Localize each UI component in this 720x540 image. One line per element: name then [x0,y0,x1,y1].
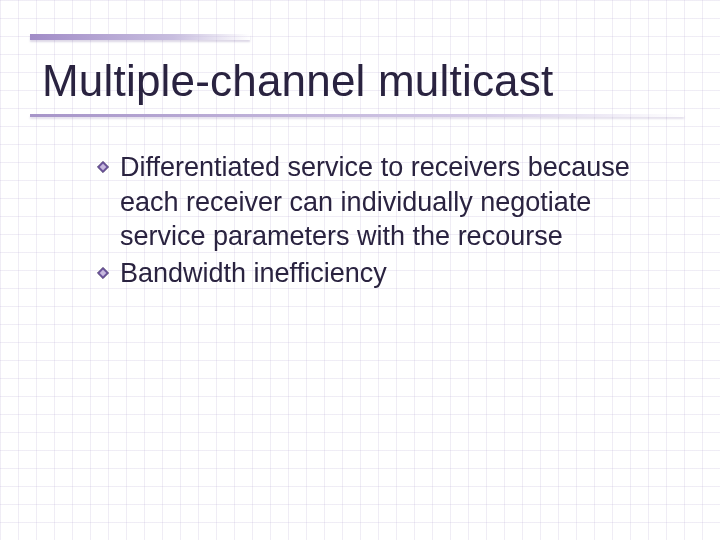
list-item: Bandwidth inefficiency [96,256,660,291]
top-accent-bar [30,34,250,40]
list-item-text: Differentiated service to receivers beca… [120,150,660,254]
slide-title: Multiple-channel multicast [42,56,553,106]
list-item-text: Bandwidth inefficiency [120,256,387,291]
list-item: Differentiated service to receivers beca… [96,150,660,254]
slide: Multiple-channel multicast Differentiate… [0,0,720,540]
slide-body: Differentiated service to receivers beca… [96,150,660,292]
diamond-bullet-icon [96,266,110,280]
title-underline [30,114,684,117]
diamond-bullet-icon [96,160,110,174]
